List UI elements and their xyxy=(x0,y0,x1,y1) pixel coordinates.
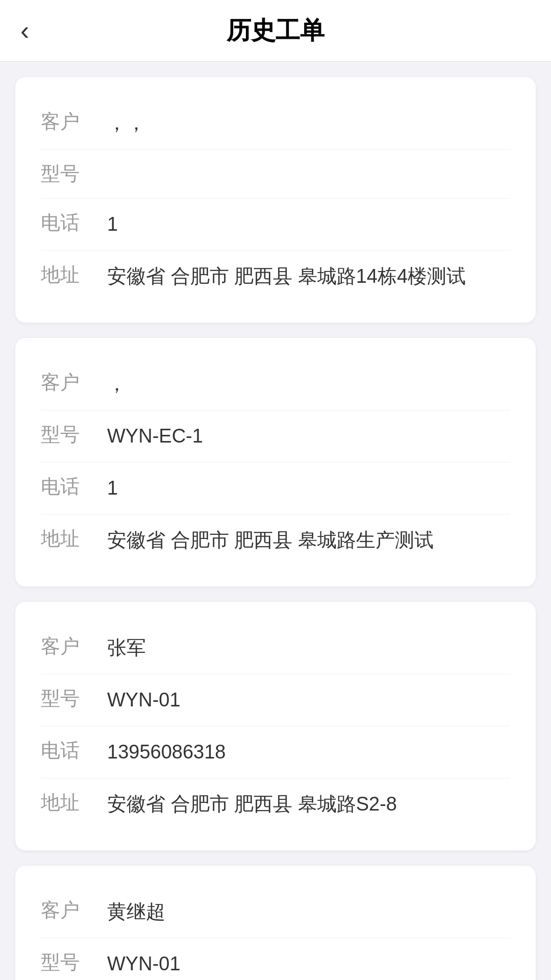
field-value: 1 xyxy=(107,474,510,503)
field-label: 客户 xyxy=(41,109,107,135)
field-value: 13956086318 xyxy=(107,738,510,767)
table-row: 电话1 xyxy=(41,462,510,514)
field-label: 电话 xyxy=(41,210,107,236)
table-row: 地址安徽省 合肥市 肥西县 皋城路14栋4楼测试 xyxy=(41,251,510,302)
table-row: 型号WYN-01 xyxy=(41,674,510,726)
field-label: 客户 xyxy=(41,370,107,396)
table-row: 型号WYN-01 xyxy=(41,938,510,980)
page-title: 历史工单 xyxy=(227,14,324,47)
table-row: 客户黄继超 xyxy=(41,886,510,938)
table-row: 客户张军 xyxy=(41,622,510,674)
table-row: 客户， xyxy=(41,358,510,410)
field-value: 黄继超 xyxy=(107,897,510,926)
field-value: ，， xyxy=(107,109,510,138)
field-value: 安徽省 合肥市 肥西县 皋城路S2-8 xyxy=(107,790,510,819)
header: ‹ 历史工单 xyxy=(0,0,551,62)
field-label: 地址 xyxy=(41,790,107,816)
field-label: 客户 xyxy=(41,633,107,659)
table-row: 电话1 xyxy=(41,199,510,251)
field-label: 型号 xyxy=(41,685,107,712)
card-1[interactable]: 客户，，型号电话1地址安徽省 合肥市 肥西县 皋城路14栋4楼测试 xyxy=(15,77,536,323)
card-3[interactable]: 客户张军型号WYN-01电话13956086318地址安徽省 合肥市 肥西县 皋… xyxy=(15,602,536,850)
field-value: 张军 xyxy=(107,633,510,663)
field-label: 型号 xyxy=(41,949,107,975)
field-label: 型号 xyxy=(41,161,107,187)
field-value: 安徽省 合肥市 肥西县 皋城路14栋4楼测试 xyxy=(107,262,510,291)
back-button[interactable]: ‹ xyxy=(20,17,29,44)
card-2[interactable]: 客户，型号WYN-EC-1电话1地址安徽省 合肥市 肥西县 皋城路生产测试 xyxy=(15,338,536,586)
table-row: 型号WYN-EC-1 xyxy=(41,410,510,462)
field-label: 电话 xyxy=(41,738,107,764)
field-value: WYN-01 xyxy=(107,685,510,715)
field-label: 地址 xyxy=(41,526,107,552)
field-label: 地址 xyxy=(41,262,107,288)
table-row: 型号 xyxy=(41,150,510,199)
field-value: ， xyxy=(107,370,510,399)
field-value: WYN-EC-1 xyxy=(107,422,510,451)
field-label: 型号 xyxy=(41,422,107,448)
content: 客户，，型号电话1地址安徽省 合肥市 肥西县 皋城路14栋4楼测试客户，型号WY… xyxy=(0,62,551,980)
card-4[interactable]: 客户黄继超型号WYN-01电话1地址安徽省 合肥市 肥西县 皋城路S2-14 xyxy=(15,866,536,980)
field-value: 安徽省 合肥市 肥西县 皋城路生产测试 xyxy=(107,526,510,555)
table-row: 电话13956086318 xyxy=(41,726,510,778)
field-value: WYN-01 xyxy=(107,949,510,978)
table-row: 地址安徽省 合肥市 肥西县 皋城路S2-8 xyxy=(41,778,510,830)
field-value: 1 xyxy=(107,210,510,239)
field-label: 电话 xyxy=(41,474,107,500)
table-row: 客户，， xyxy=(41,97,510,150)
field-label: 客户 xyxy=(41,897,107,923)
table-row: 地址安徽省 合肥市 肥西县 皋城路生产测试 xyxy=(41,514,510,566)
